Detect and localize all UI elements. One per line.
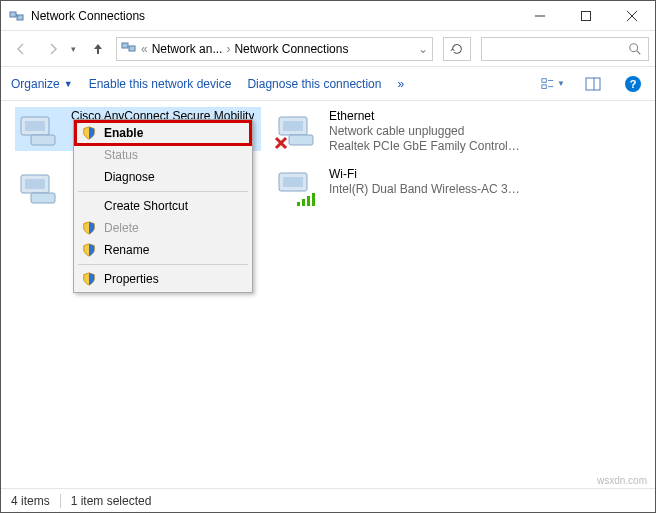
shield-icon — [80, 243, 98, 257]
ctx-rename[interactable]: Rename — [76, 239, 250, 261]
ctx-delete-label: Delete — [104, 221, 139, 235]
diagnose-connection-button[interactable]: Diagnose this connection — [247, 77, 381, 91]
breadcrumb-sep-icon: « — [141, 42, 148, 56]
status-bar: 4 items 1 item selected — [1, 488, 655, 512]
svg-rect-11 — [542, 78, 546, 82]
ctx-create-shortcut-label: Create Shortcut — [104, 199, 188, 213]
svg-rect-15 — [586, 78, 600, 90]
chevron-right-icon: › — [226, 42, 230, 56]
svg-rect-0 — [10, 12, 16, 17]
window-title: Network Connections — [31, 9, 517, 23]
ctx-status: Status — [76, 144, 250, 166]
shield-icon — [80, 126, 98, 140]
ctx-diagnose[interactable]: Diagnose — [76, 166, 250, 188]
back-button[interactable] — [7, 35, 35, 63]
ctx-delete: Delete — [76, 217, 250, 239]
refresh-button[interactable] — [443, 37, 471, 61]
enable-device-button[interactable]: Enable this network device — [89, 77, 232, 91]
adapter-item-wifi[interactable]: Wi-Fi Intel(R) Dual Band Wireless-AC 31.… — [273, 165, 523, 209]
adapter-item-hidden[interactable] — [15, 165, 75, 209]
svg-rect-18 — [25, 121, 45, 131]
chevron-down-icon[interactable]: ⌄ — [418, 42, 428, 56]
minimize-button[interactable] — [517, 1, 563, 31]
svg-rect-24 — [25, 179, 45, 189]
window: Network Connections ▾ « Network an... › … — [0, 0, 656, 513]
view-options-button[interactable]: ▼ — [541, 72, 565, 96]
adapter-device: Intel(R) Dual Band Wireless-AC 31... — [329, 182, 521, 197]
preview-pane-button[interactable] — [581, 72, 605, 96]
svg-rect-8 — [129, 46, 135, 51]
shield-icon — [80, 221, 98, 235]
help-icon: ? — [625, 76, 641, 92]
ctx-diagnose-label: Diagnose — [104, 170, 155, 184]
error-overlay-icon — [273, 135, 289, 151]
svg-rect-25 — [31, 193, 55, 203]
history-dropdown-icon[interactable]: ▾ — [71, 44, 76, 54]
network-adapter-icon — [17, 109, 65, 149]
titlebar: Network Connections — [1, 1, 655, 31]
address-icon — [121, 39, 137, 58]
svg-rect-12 — [542, 84, 546, 88]
adapter-item-ethernet[interactable]: Ethernet Network cable unplugged Realtek… — [273, 107, 523, 156]
close-button[interactable] — [609, 1, 655, 31]
up-button[interactable] — [84, 35, 112, 63]
organize-menu[interactable]: Organize▼ — [11, 77, 73, 91]
svg-rect-29 — [302, 199, 305, 206]
network-adapter-icon — [17, 167, 65, 207]
context-menu: Enable Status Diagnose Create Shortcut D… — [73, 119, 253, 293]
maximize-button[interactable] — [563, 1, 609, 31]
ctx-status-label: Status — [104, 148, 138, 162]
content-area[interactable]: Cisco AnyConnect Secure Mobility Etherne… — [1, 101, 655, 488]
address-bar[interactable]: « Network an... › Network Connections ⌄ — [116, 37, 433, 61]
status-divider — [60, 494, 61, 508]
svg-rect-30 — [307, 196, 310, 206]
overflow-button[interactable]: » — [397, 77, 404, 91]
svg-rect-21 — [283, 121, 303, 131]
ctx-create-shortcut[interactable]: Create Shortcut — [76, 195, 250, 217]
svg-rect-7 — [122, 43, 128, 48]
svg-rect-4 — [582, 11, 591, 20]
ctx-rename-label: Rename — [104, 243, 149, 257]
ctx-enable[interactable]: Enable — [76, 122, 250, 144]
signal-bars-icon — [297, 191, 313, 207]
adapter-name: Wi-Fi — [329, 167, 521, 182]
svg-rect-31 — [312, 193, 315, 206]
forward-button[interactable] — [39, 35, 67, 63]
ctx-separator — [78, 191, 248, 192]
adapter-status: Network cable unplugged — [329, 124, 521, 139]
status-selection: 1 item selected — [71, 494, 152, 508]
help-button[interactable]: ? — [621, 72, 645, 96]
svg-line-10 — [637, 50, 641, 54]
ctx-properties[interactable]: Properties — [76, 268, 250, 290]
watermark: wsxdn.com — [597, 475, 647, 486]
navbar: ▾ « Network an... › Network Connections … — [1, 31, 655, 67]
breadcrumb-seg-1[interactable]: Network an... — [152, 42, 223, 56]
svg-point-9 — [630, 43, 638, 51]
ctx-enable-label: Enable — [104, 126, 143, 140]
network-adapter-icon — [275, 109, 323, 149]
command-bar: Organize▼ Enable this network device Dia… — [1, 67, 655, 101]
ctx-separator — [78, 264, 248, 265]
svg-rect-19 — [31, 135, 55, 145]
svg-rect-28 — [297, 202, 300, 206]
search-input[interactable] — [481, 37, 649, 61]
svg-rect-1 — [17, 15, 23, 20]
adapter-device: Realtek PCIe GbE Family Controller — [329, 139, 521, 154]
svg-rect-22 — [289, 135, 313, 145]
search-icon — [628, 42, 642, 56]
status-item-count: 4 items — [11, 494, 50, 508]
adapter-name: Ethernet — [329, 109, 521, 124]
breadcrumb-seg-2[interactable]: Network Connections — [234, 42, 348, 56]
app-icon — [9, 8, 25, 24]
shield-icon — [80, 272, 98, 286]
organize-label: Organize — [11, 77, 60, 91]
ctx-properties-label: Properties — [104, 272, 159, 286]
svg-rect-27 — [283, 177, 303, 187]
wifi-adapter-icon — [275, 167, 323, 207]
